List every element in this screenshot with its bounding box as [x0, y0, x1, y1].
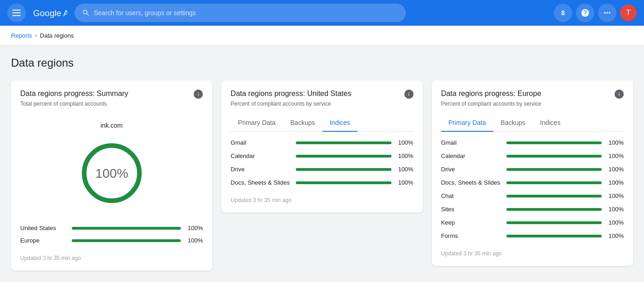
summary-card: Data regions progress: Summary i Total p…: [11, 80, 212, 271]
us-card-header: Data regions progress: United States i: [230, 90, 413, 99]
europe-keep-pct: 100%: [607, 219, 624, 226]
europe-info-icon[interactable]: i: [615, 90, 624, 99]
europe-tabs: Primary Data Backups Indices: [441, 114, 624, 132]
breadcrumb-separator: ›: [35, 31, 37, 39]
us-card-subtitle: Percent of compliant accounts by service: [230, 101, 413, 107]
europe-gmail-name: Gmail: [441, 139, 501, 146]
europe-card-title: Data regions progress: Europe: [441, 90, 541, 98]
app-header: Google Admin 8 T: [0, 0, 644, 26]
bar-track-europe: [72, 239, 181, 242]
us-gmail-pct: 100%: [397, 139, 414, 146]
google-admin-logo[interactable]: Google Admin: [33, 7, 67, 18]
us-gmail-name: Gmail: [230, 139, 290, 146]
us-drive-pct: 100%: [397, 166, 414, 173]
europe-service-docs: Docs, Sheets & Slides 100%: [441, 179, 624, 186]
bar-fill-europe: [72, 239, 181, 242]
europe-docs-pct: 100%: [607, 179, 624, 186]
us-service-calendar: Calendar 100%: [230, 152, 413, 159]
region-row-europe: Europe 100%: [20, 237, 203, 244]
us-service-docs: Docs, Sheets & Slides 100%: [230, 179, 413, 186]
europe-docs-track: [506, 181, 602, 184]
europe-chat-name: Chat: [441, 192, 501, 199]
europe-gmail-track: [506, 141, 602, 144]
europe-keep-track: [506, 221, 602, 224]
search-icon: [82, 9, 90, 17]
header-actions: 8 T: [554, 4, 637, 22]
us-info-icon[interactable]: i: [404, 90, 414, 99]
svg-rect-0: [12, 10, 21, 11]
europe-keep-name: Keep: [441, 219, 501, 226]
europe-tab-indices[interactable]: Indices: [533, 114, 568, 132]
europe-service-gmail: Gmail 100%: [441, 139, 624, 146]
breadcrumb-current: Data regions: [40, 32, 74, 39]
europe-sites-fill: [506, 208, 602, 211]
us-card-footer: Updated 3 hr 35 min ago: [230, 197, 413, 203]
europe-gmail-pct: 100%: [607, 139, 624, 146]
bar-fill-us: [72, 227, 181, 230]
europe-drive-pct: 100%: [607, 166, 624, 173]
us-docs-name: Docs, Sheets & Slides: [230, 179, 290, 186]
us-calendar-track: [296, 155, 391, 158]
europe-card-header: Data regions progress: Europe i: [441, 90, 624, 99]
us-tab-indices[interactable]: Indices: [322, 114, 357, 132]
main-content: Data regions Data regions progress: Summ…: [0, 45, 644, 282]
us-gmail-track: [296, 141, 391, 144]
region-name-us: United States: [20, 225, 66, 231]
europe-forms-pct: 100%: [607, 232, 624, 239]
summary-card-footer: Updated 3 hr 35 min ago: [20, 255, 203, 261]
us-card-title: Data regions progress: United States: [230, 90, 351, 98]
donut-percent-text: 100%: [95, 166, 128, 180]
europe-docs-name: Docs, Sheets & Slides: [441, 179, 501, 186]
europe-tab-backups[interactable]: Backups: [493, 114, 533, 132]
europe-calendar-track: [506, 155, 602, 158]
summary-info-icon[interactable]: i: [194, 90, 203, 99]
europe-service-chat: Chat 100%: [441, 192, 624, 199]
europe-calendar-name: Calendar: [441, 152, 501, 159]
us-card: Data regions progress: United States i P…: [221, 80, 422, 213]
europe-card-footer: Updated 3 hr 35 min ago: [441, 250, 624, 257]
us-drive-fill: [296, 168, 391, 171]
domain-label: ink.com: [101, 122, 123, 129]
apps-button[interactable]: [598, 4, 616, 22]
region-row-us: United States 100%: [20, 225, 203, 231]
europe-calendar-fill: [506, 155, 602, 158]
menu-button[interactable]: [7, 4, 26, 22]
breadcrumb-reports-link[interactable]: Reports: [11, 32, 32, 39]
europe-forms-fill: [506, 235, 602, 237]
us-docs-fill: [296, 181, 391, 184]
search-bar: [75, 4, 406, 22]
apps-icon: [603, 8, 612, 17]
europe-tab-primary-data[interactable]: Primary Data: [441, 114, 494, 132]
europe-calendar-pct: 100%: [607, 152, 624, 159]
us-drive-name: Drive: [230, 166, 290, 173]
support-button[interactable]: 8: [554, 4, 572, 22]
user-avatar[interactable]: T: [620, 5, 637, 21]
europe-gmail-fill: [506, 141, 602, 144]
search-input[interactable]: [94, 9, 398, 17]
us-docs-track: [296, 181, 391, 184]
help-icon: [581, 8, 590, 17]
page-title: Data regions: [11, 56, 633, 69]
europe-keep-fill: [506, 221, 602, 224]
us-service-drive: Drive 100%: [230, 166, 413, 173]
europe-service-keep: Keep 100%: [441, 219, 624, 226]
europe-chat-fill: [506, 195, 602, 197]
donut-chart-container: ink.com 100%: [20, 114, 203, 221]
summary-card-subtitle: Total percent of compliant accounts: [20, 101, 203, 107]
europe-sites-name: Sites: [441, 206, 501, 213]
europe-sites-pct: 100%: [607, 206, 624, 213]
us-service-rows: Gmail 100% Calendar 100% Drive: [230, 139, 413, 186]
svg-rect-2: [12, 15, 21, 16]
help-button[interactable]: [576, 4, 594, 22]
us-service-gmail: Gmail 100%: [230, 139, 413, 146]
us-tab-primary-data[interactable]: Primary Data: [230, 114, 283, 132]
summary-card-header: Data regions progress: Summary i: [20, 90, 203, 99]
region-name-europe: Europe: [20, 237, 66, 244]
cards-container: Data regions progress: Summary i Total p…: [11, 80, 633, 271]
support-icon: 8: [561, 9, 565, 17]
europe-card-subtitle: Percent of compliant accounts by service: [441, 101, 624, 107]
europe-chat-track: [506, 195, 602, 197]
us-tab-backups[interactable]: Backups: [283, 114, 322, 132]
europe-service-calendar: Calendar 100%: [441, 152, 624, 159]
bar-track-us: [72, 227, 181, 230]
